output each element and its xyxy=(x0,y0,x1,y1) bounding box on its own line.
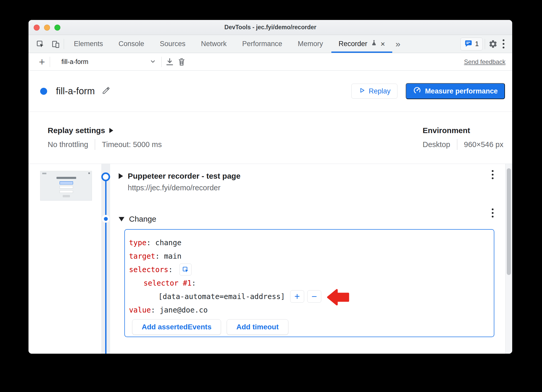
recording-status-dot xyxy=(40,88,47,95)
window-controls xyxy=(34,25,60,31)
devtools-tabbar: Elements Console Sources Network Perform… xyxy=(28,35,512,53)
selector-value[interactable]: [data-automate=email-address] xyxy=(158,292,285,301)
tab-elements[interactable]: Elements xyxy=(66,35,111,53)
issues-count: 1 xyxy=(475,40,479,48)
minimize-window-button[interactable] xyxy=(44,25,50,31)
step-change-editor: type:change target:main selectors: selec… xyxy=(124,229,494,337)
send-feedback-link[interactable]: Send feedback xyxy=(464,58,505,66)
page-thumbnail xyxy=(40,171,92,201)
device-value: Desktop xyxy=(423,140,450,149)
tab-recorder[interactable]: Recorder × xyxy=(331,35,393,53)
editor-actions: Add assertedEvents Add timeout xyxy=(129,319,494,335)
chevron-down-icon xyxy=(149,57,157,66)
tab-performance[interactable]: Performance xyxy=(234,35,290,53)
step-navigate-title: Puppeteer recorder - test page xyxy=(128,172,240,180)
tab-memory[interactable]: Memory xyxy=(290,35,331,53)
remove-selector-button[interactable]: − xyxy=(307,290,321,303)
edit-title-icon[interactable] xyxy=(102,86,110,96)
environment-col: Environment Desktop 960×546 px xyxy=(423,126,503,164)
inspect-element-icon[interactable] xyxy=(34,38,46,50)
issues-bubble-icon xyxy=(464,39,473,49)
annotation-arrow-icon xyxy=(326,288,350,308)
toolbar-divider-1 xyxy=(50,57,50,67)
window-title: DevTools - jec.fyi/demo/recorder xyxy=(224,24,316,31)
recording-select-value: fill-a-form xyxy=(61,58,88,66)
devtools-window: DevTools - jec.fyi/demo/recorder Element… xyxy=(28,20,512,354)
timeout-value: Timeout: 5000 ms xyxy=(102,140,162,149)
add-recording-button[interactable]: + xyxy=(36,57,48,67)
expand-down-icon[interactable] xyxy=(119,217,124,221)
replay-settings-col: Replay settings No throttling Timeout: 5… xyxy=(48,126,162,164)
environment-values: Desktop 960×546 px xyxy=(423,139,503,150)
viewport-value: 960×546 px xyxy=(464,140,503,149)
overflow-menu-icon[interactable] xyxy=(499,39,508,48)
experiment-flask-icon xyxy=(370,39,377,49)
tabbar-left-icons xyxy=(28,35,62,53)
recorder-toolbar: + fill-a-form Send feedback xyxy=(28,53,512,71)
pick-selector-button[interactable] xyxy=(180,264,191,275)
recording-header: fill-a-form Replay Measure performance xyxy=(28,71,512,112)
recording-title: fill-a-form xyxy=(56,86,95,97)
replay-button[interactable]: Replay xyxy=(351,84,397,99)
zoom-window-button[interactable] xyxy=(54,25,60,31)
delete-recording-icon[interactable] xyxy=(176,56,188,68)
settings-section: Replay settings No throttling Timeout: 5… xyxy=(28,112,512,164)
header-buttons: Replay Measure performance xyxy=(351,83,505,99)
export-recording-icon[interactable] xyxy=(164,56,176,68)
row-target: target:main xyxy=(129,249,494,263)
row-selectors: selectors: xyxy=(129,263,494,276)
row-type: type:change xyxy=(129,236,494,249)
close-recorder-tab-icon[interactable]: × xyxy=(381,40,385,48)
step-navigate[interactable]: Puppeteer recorder - test page https://j… xyxy=(119,172,240,192)
add-timeout-button[interactable]: Add timeout xyxy=(227,319,288,335)
tabbar-right: 1 xyxy=(460,35,512,53)
settings-gear-icon[interactable] xyxy=(487,38,499,50)
add-selector-button[interactable]: + xyxy=(290,290,304,303)
close-window-button[interactable] xyxy=(34,25,40,31)
throttling-value: No throttling xyxy=(48,140,88,149)
tab-network[interactable]: Network xyxy=(193,35,234,53)
step-change-title: Change xyxy=(129,215,156,223)
scrollbar-thumb[interactable] xyxy=(507,168,511,275)
more-tabs-icon[interactable]: » xyxy=(393,35,403,53)
scrollbar[interactable] xyxy=(505,164,512,354)
row-value: value:jane@doe.co xyxy=(129,303,494,317)
environment-heading: Environment xyxy=(423,126,503,135)
step-navigate-menu-icon[interactable] xyxy=(492,170,494,179)
titlebar: DevTools - jec.fyi/demo/recorder xyxy=(28,20,512,35)
step-navigate-url: https://jec.fyi/demo/recorder xyxy=(128,184,240,192)
expand-right-icon xyxy=(109,128,113,133)
timeline-line xyxy=(105,177,106,354)
measure-performance-button[interactable]: Measure performance xyxy=(406,83,505,99)
step-navigate-marker[interactable] xyxy=(101,172,110,181)
issues-counter-button[interactable]: 1 xyxy=(460,38,483,50)
collapse-right-icon[interactable] xyxy=(119,173,123,179)
steps-section: Puppeteer recorder - test page https://j… xyxy=(28,164,512,354)
replay-settings-toggle[interactable]: Replay settings xyxy=(48,126,162,135)
step-change-menu-icon[interactable] xyxy=(492,208,494,217)
replay-settings-values: No throttling Timeout: 5000 ms xyxy=(48,139,162,150)
gauge-icon xyxy=(413,86,421,96)
tabbar-right-divider xyxy=(485,39,485,49)
recording-select[interactable]: fill-a-form xyxy=(56,57,159,66)
tabbar-divider xyxy=(64,39,64,49)
environment-separator xyxy=(457,139,457,150)
tab-sources[interactable]: Sources xyxy=(152,35,193,53)
row-selector-1: selector #1: xyxy=(129,276,494,290)
add-asserted-events-button[interactable]: Add assertedEvents xyxy=(132,319,221,335)
step-change[interactable]: Change xyxy=(119,215,156,223)
toolbar-divider-2 xyxy=(161,57,162,67)
play-icon xyxy=(358,87,366,96)
device-toolbar-icon[interactable] xyxy=(50,38,62,50)
settings-separator xyxy=(95,139,95,150)
row-selector-value: [data-automate=email-address] + − xyxy=(129,290,494,303)
step-change-marker[interactable] xyxy=(102,215,110,223)
tab-console[interactable]: Console xyxy=(111,35,152,53)
